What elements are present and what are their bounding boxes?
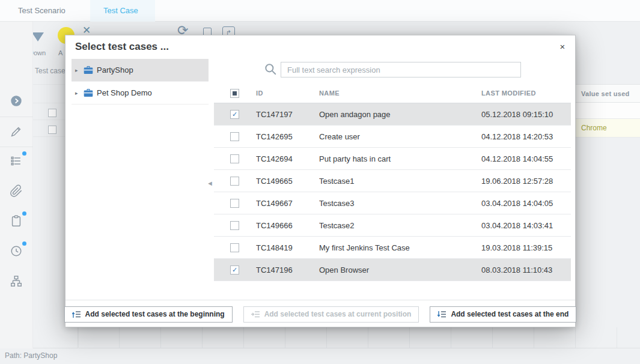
row-id: TC148419: [256, 243, 319, 252]
column-header-name[interactable]: NAME: [319, 89, 481, 97]
background-row-checkbox[interactable]: [48, 109, 56, 117]
add-at-beginning-button[interactable]: Add selected test cases at the beginning: [64, 306, 233, 323]
status-bar: Path: PartyShop: [0, 348, 640, 364]
row-id: TC149667: [256, 199, 319, 208]
select-all-checkbox[interactable]: [230, 89, 239, 98]
value-set-column-header: Value set used: [576, 84, 640, 103]
row-id: TC149666: [256, 221, 319, 230]
background-grid-line: [33, 136, 65, 137]
row-id: TC147196: [256, 265, 319, 275]
background-grid-line: [33, 103, 65, 103]
project-tree: ▸ PartyShop ▸ Pet Shop Demo: [72, 59, 209, 105]
path-status-text: Path: PartyShop: [5, 351, 57, 360]
value-set-cell-chrome: Chrome: [576, 119, 640, 138]
background-grid-line: [33, 120, 65, 120]
chevron-right-icon[interactable]: ▸: [75, 90, 82, 96]
table-row[interactable]: TC148419 My first Jenkins Test Case 19.0…: [214, 237, 571, 259]
search-input[interactable]: [281, 62, 521, 77]
row-name: My first Jenkins Test Case: [319, 243, 481, 252]
row-id: TC147197: [256, 110, 319, 119]
test-case-rows: ✓ TC147197 Open andagon page 05.12.2018 …: [214, 103, 571, 281]
row-modified: 04.12.2018 14:04:55: [481, 154, 571, 163]
dialog-title: Select test cases ...: [75, 41, 169, 53]
background-table-grid: [33, 327, 640, 348]
row-id: TC142694: [256, 154, 319, 163]
steps-badge: [22, 151, 26, 156]
chevron-right-icon[interactable]: ▸: [75, 67, 82, 73]
table-header: ID NAME LAST MODIFIED: [214, 83, 571, 103]
row-name: Testcase1: [319, 177, 481, 186]
clipboard-badge: [22, 211, 26, 216]
row-id: TC142695: [256, 132, 319, 141]
close-icon[interactable]: ×: [556, 40, 569, 53]
row-modified: 05.12.2018 09:15:10: [481, 110, 571, 119]
table-row[interactable]: TC149665 Testcase1 19.06.2018 12:57:28: [214, 170, 571, 192]
search-icon: [264, 62, 277, 78]
add-button-label: A: [58, 49, 62, 56]
row-name: Put party hats in cart: [319, 154, 481, 163]
row-modified: 03.04.2018 14:03:41: [481, 221, 571, 230]
row-name: Testcase2: [319, 221, 481, 230]
row-modified: 03.04.2018 14:04:05: [481, 199, 571, 208]
history-badge: [22, 241, 26, 246]
row-checkbox[interactable]: [230, 199, 239, 208]
row-checkbox[interactable]: ✓: [230, 110, 239, 119]
add-at-end-button[interactable]: Add selected test cases at the end: [430, 306, 576, 323]
row-modified: 19.03.2018 11:39:15: [481, 243, 571, 252]
dialog-footer: Add selected test cases at the beginning…: [66, 300, 575, 328]
tree-item-partyshop[interactable]: ▸ PartyShop: [72, 59, 209, 82]
add-at-current-position-button[interactable]: Add selected test cases at current posit…: [243, 306, 419, 323]
test-case-table: ID NAME LAST MODIFIED ✓ TC147197 Open an…: [214, 83, 571, 281]
collapse-tree-handle[interactable]: ◄: [207, 180, 213, 187]
tab-test-case[interactable]: Test Case: [103, 0, 138, 22]
clipboard-icon[interactable]: [10, 214, 23, 228]
table-row[interactable]: TC142694 Put party hats in cart 04.12.20…: [214, 148, 571, 170]
row-id: TC149665: [256, 177, 319, 186]
steps-list-icon[interactable]: [10, 154, 23, 168]
collapse-panel-icon[interactable]: [10, 94, 23, 108]
top-tab-bar: Test Scenario Test Case: [0, 0, 640, 22]
column-header-id[interactable]: ID: [256, 89, 319, 97]
table-row[interactable]: TC149666 Testcase2 03.04.2018 14:03:41: [214, 214, 571, 237]
table-row[interactable]: ✓ TC147196 Open Browser 08.03.2018 11:10…: [214, 259, 571, 281]
row-checkbox[interactable]: ✓: [230, 265, 239, 275]
tree-item-pet-shop-demo[interactable]: ▸ Pet Shop Demo: [72, 82, 209, 105]
background-panel-header: Test case: [35, 67, 66, 75]
background-row-checkbox[interactable]: [48, 126, 56, 134]
tree-item-label: Pet Shop Demo: [97, 88, 152, 97]
edit-icon[interactable]: [10, 125, 23, 138]
row-modified: 08.03.2018 11:10:43: [481, 265, 571, 275]
hierarchy-icon[interactable]: [10, 275, 23, 288]
sidebar-divider: [0, 117, 33, 117]
table-row[interactable]: TC142695 Create user 04.12.2018 14:20:53: [214, 126, 571, 148]
tree-item-label: PartyShop: [97, 65, 133, 74]
project-folder-icon: [84, 89, 93, 97]
attachment-icon[interactable]: [10, 184, 23, 198]
row-name: Testcase3: [319, 199, 481, 208]
select-test-cases-dialog: Select test cases ... × ▸ PartyShop ▸ Pe…: [65, 35, 576, 327]
background-grid-line: [33, 84, 65, 85]
row-name: Create user: [319, 132, 481, 141]
background-grid-line: [78, 327, 79, 348]
row-checkbox[interactable]: [230, 177, 239, 186]
row-modified: 19.06.2018 12:57:28: [481, 177, 571, 186]
history-icon[interactable]: [10, 244, 23, 258]
row-name: Open andagon page: [319, 110, 481, 119]
row-checkbox[interactable]: [230, 221, 239, 230]
move-down-icon[interactable]: [32, 32, 44, 41]
background-value-set-column: Value set used Chrome: [576, 84, 640, 138]
sidebar-divider: [0, 147, 33, 147]
table-row[interactable]: TC149667 Testcase3 03.04.2018 14:04:05: [214, 192, 571, 214]
project-folder-icon: [84, 66, 93, 74]
row-modified: 04.12.2018 14:20:53: [481, 132, 571, 141]
column-header-last-modified[interactable]: LAST MODIFIED: [481, 89, 571, 97]
row-name: Open Browser: [319, 265, 481, 275]
row-checkbox[interactable]: [230, 132, 239, 141]
background-grid-row: [576, 103, 640, 119]
app-screen: Test Scenario Test Case Up Down A ✕ ⟳ ↱: [0, 0, 640, 364]
tab-test-scenario[interactable]: Test Scenario: [18, 0, 66, 22]
row-checkbox[interactable]: [230, 154, 239, 163]
row-checkbox[interactable]: [230, 243, 239, 252]
left-icon-sidebar: [0, 22, 33, 348]
table-row[interactable]: ✓ TC147197 Open andagon page 05.12.2018 …: [214, 103, 571, 126]
